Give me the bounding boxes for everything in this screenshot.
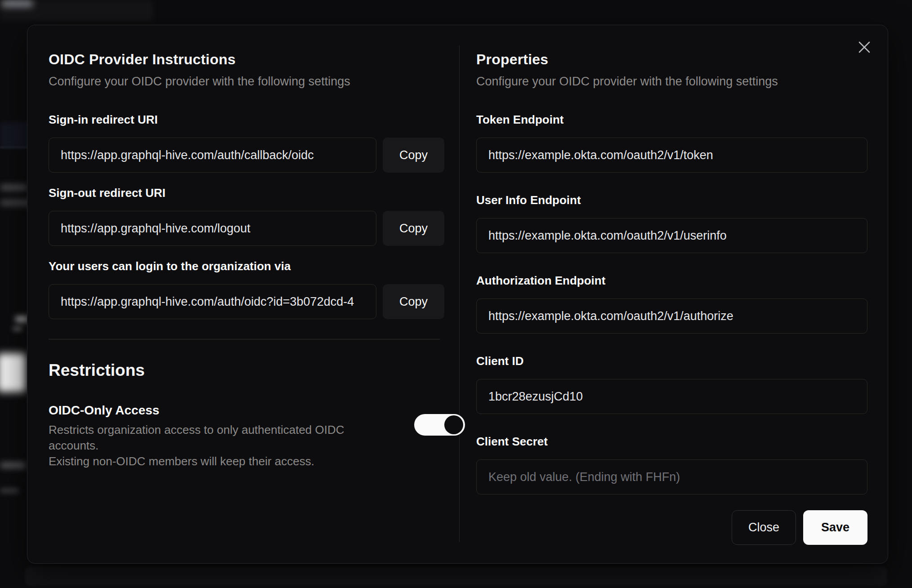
background-blur-white-button xyxy=(0,353,26,392)
instructions-title: OIDC Provider Instructions xyxy=(49,51,465,68)
login-url-label: Your users can login to the organization… xyxy=(49,259,465,273)
token-endpoint-input[interactable] xyxy=(476,138,867,173)
background-blur-text xyxy=(0,184,28,191)
toggle-knob-icon xyxy=(444,415,463,434)
user-info-endpoint-label: User Info Endpoint xyxy=(476,193,867,207)
sign-out-redirect-label: Sign-out redirect URI xyxy=(49,186,465,200)
properties-title: Properties xyxy=(476,51,867,68)
client-id-label: Client ID xyxy=(476,354,867,368)
background-blur-text xyxy=(0,462,26,468)
authorization-endpoint-label: Authorization Endpoint xyxy=(476,274,867,288)
instructions-subtitle: Configure your OIDC provider with the fo… xyxy=(49,75,465,89)
authorization-endpoint-input[interactable] xyxy=(476,298,867,334)
oidc-only-access-row: OIDC-Only Access Restricts organization … xyxy=(49,403,465,469)
save-button[interactable]: Save xyxy=(803,510,867,545)
instructions-column: OIDC Provider Instructions Configure you… xyxy=(49,51,465,469)
background-blur-logo xyxy=(1,0,33,7)
restrictions-title: Restrictions xyxy=(49,361,465,380)
client-id-input[interactable] xyxy=(476,379,867,414)
oidc-only-access-text: OIDC-Only Access Restricts organization … xyxy=(49,403,381,469)
dialog-actions: Close Save xyxy=(476,510,867,545)
copy-sign-out-button[interactable]: Copy xyxy=(383,211,444,246)
token-endpoint-row xyxy=(476,138,867,173)
properties-subtitle: Configure your OIDC provider with the fo… xyxy=(476,75,867,89)
background-blur-text xyxy=(0,488,19,493)
copy-login-url-button[interactable]: Copy xyxy=(383,284,444,319)
oidc-only-access-toggle[interactable] xyxy=(414,414,465,436)
oidc-only-access-label: OIDC-Only Access xyxy=(49,403,381,418)
user-info-endpoint-row xyxy=(476,218,867,253)
properties-column: Properties Configure your OIDC provider … xyxy=(476,51,867,545)
background-blur-card xyxy=(0,0,153,21)
sign-in-redirect-label: Sign-in redirect URI xyxy=(49,113,465,127)
authorization-endpoint-row xyxy=(476,298,867,334)
client-secret-row xyxy=(476,459,867,494)
client-id-row xyxy=(476,379,867,414)
close-button[interactable]: Close xyxy=(732,510,796,545)
token-endpoint-label: Token Endpoint xyxy=(476,113,867,127)
oidc-settings-dialog: OIDC Provider Instructions Configure you… xyxy=(27,25,888,564)
oidc-only-access-description: Restricts organization access to only au… xyxy=(49,422,381,469)
sign-out-redirect-input[interactable] xyxy=(49,211,376,246)
background-card-edge xyxy=(25,566,887,586)
section-divider xyxy=(49,339,440,339)
sign-in-redirect-row: Copy xyxy=(49,138,465,173)
client-secret-input[interactable] xyxy=(476,459,867,494)
sign-out-redirect-row: Copy xyxy=(49,211,465,246)
background-blur-text xyxy=(13,327,22,331)
copy-sign-in-button[interactable]: Copy xyxy=(383,138,444,173)
client-secret-label: Client Secret xyxy=(476,435,867,449)
sign-in-redirect-input[interactable] xyxy=(49,138,376,173)
login-url-input[interactable] xyxy=(49,284,376,319)
user-info-endpoint-input[interactable] xyxy=(476,218,867,253)
login-url-row: Copy xyxy=(49,284,465,319)
